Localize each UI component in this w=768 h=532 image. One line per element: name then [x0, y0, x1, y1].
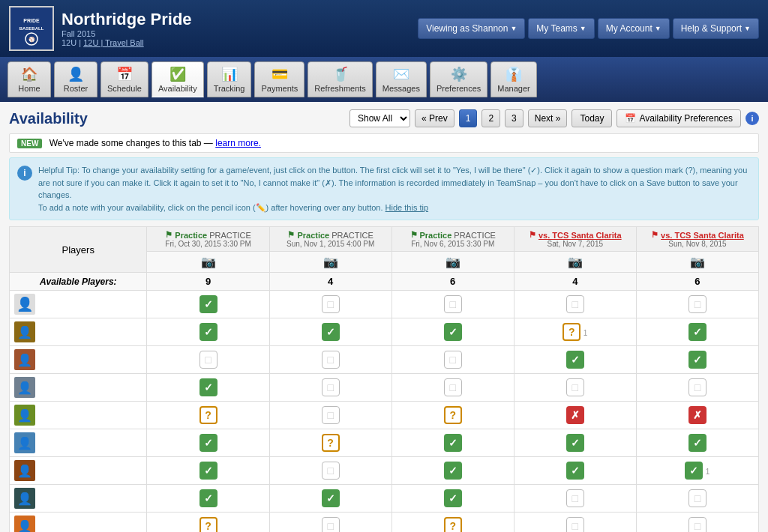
event-camera-2[interactable]: 📷	[392, 252, 514, 273]
status-check[interactable]: ✓	[566, 462, 584, 480]
status-cell-1-0[interactable]: ✓	[147, 318, 269, 346]
status-cell-8-4[interactable]: □	[636, 513, 758, 533]
status-cell-1-1[interactable]: ✓	[269, 318, 392, 346]
status-cell-5-1[interactable]: ?	[269, 429, 392, 457]
status-cell-4-1[interactable]: □	[269, 402, 392, 429]
tab-refreshments[interactable]: 🥤 Refreshments	[308, 61, 372, 97]
event-camera-3[interactable]: 📷	[514, 252, 636, 273]
viewing-as-btn[interactable]: Viewing as Shannon ▼	[418, 18, 525, 39]
today-btn[interactable]: Today	[572, 109, 612, 127]
next-btn[interactable]: Next »	[528, 109, 568, 127]
hide-tip-link[interactable]: Hide this tip	[386, 203, 428, 212]
event-camera-0[interactable]: 📷	[147, 252, 269, 273]
status-cell-7-2[interactable]: ✓	[392, 485, 514, 513]
avail-pref-btn[interactable]: 📅 Availability Preferences	[616, 109, 741, 127]
status-x[interactable]: ✗	[566, 406, 584, 424]
tab-home[interactable]: 🏠 Home	[8, 61, 51, 97]
status-x[interactable]: ✗	[688, 406, 706, 424]
status-cell-0-1[interactable]: □	[269, 291, 392, 318]
status-cell-3-2[interactable]: □	[392, 374, 514, 402]
status-cell-3-4[interactable]: □	[636, 374, 758, 402]
learn-more-link[interactable]: learn more.	[215, 138, 261, 148]
status-cell-1-2[interactable]: ✓	[392, 318, 514, 346]
status-check[interactable]: ✓	[566, 434, 584, 452]
status-check[interactable]: ✓	[200, 489, 218, 507]
status-check[interactable]: ✓	[444, 323, 462, 341]
status-cell-2-1[interactable]: □	[269, 346, 392, 374]
status-cell-4-0[interactable]: ?	[147, 402, 269, 429]
status-cell-8-3[interactable]: □	[514, 513, 636, 533]
tab-messages[interactable]: ✉️ Messages	[376, 61, 427, 97]
status-check[interactable]: ✓	[322, 323, 340, 341]
status-empty[interactable]: □	[688, 517, 706, 532]
status-cell-2-4[interactable]: ✓	[636, 346, 758, 374]
status-empty[interactable]: □	[566, 517, 584, 532]
status-cell-3-0[interactable]: ✓	[147, 374, 269, 402]
status-empty[interactable]: □	[566, 295, 584, 313]
status-cell-2-0[interactable]: □	[147, 346, 269, 374]
status-cell-5-0[interactable]: ✓	[147, 429, 269, 457]
status-question[interactable]: ?	[200, 517, 218, 532]
tab-payments[interactable]: 💳 Payments	[254, 61, 304, 97]
status-check[interactable]: ✓	[688, 323, 706, 341]
status-check[interactable]: ✓	[322, 489, 340, 507]
tab-schedule[interactable]: 📅 Schedule	[100, 61, 148, 97]
status-empty[interactable]: □	[688, 489, 706, 507]
status-cell-0-4[interactable]: □	[636, 291, 758, 318]
status-cell-6-2[interactable]: ✓	[392, 457, 514, 485]
page-1-btn[interactable]: 1	[459, 109, 478, 127]
event-camera-4[interactable]: 📷	[636, 252, 758, 273]
status-empty[interactable]: □	[200, 351, 218, 369]
status-empty[interactable]: □	[322, 406, 340, 424]
my-account-btn[interactable]: My Account ▼	[598, 18, 670, 39]
status-cell-0-0[interactable]: ✓	[147, 291, 269, 318]
status-cell-2-3[interactable]: ✓	[514, 346, 636, 374]
status-check[interactable]: ✓	[200, 295, 218, 313]
help-support-btn[interactable]: Help & Support ▼	[673, 18, 759, 39]
status-cell-3-1[interactable]: □	[269, 374, 392, 402]
status-cell-5-2[interactable]: ✓	[392, 429, 514, 457]
status-empty[interactable]: □	[322, 378, 340, 396]
status-cell-1-4[interactable]: ✓	[636, 318, 758, 346]
status-empty[interactable]: □	[566, 378, 584, 396]
tab-tracking[interactable]: 📊 Tracking	[207, 61, 252, 97]
status-cell-6-0[interactable]: ✓	[147, 457, 269, 485]
prev-btn[interactable]: « Prev	[415, 109, 454, 127]
status-cell-2-2[interactable]: □	[392, 346, 514, 374]
status-cell-1-3[interactable]: ? 1	[514, 318, 636, 346]
status-check[interactable]: ✓	[444, 462, 462, 480]
status-check[interactable]: ✓	[200, 462, 218, 480]
status-question[interactable]: ?	[322, 434, 340, 452]
status-cell-7-0[interactable]: ✓	[147, 485, 269, 513]
status-check[interactable]: ✓	[566, 351, 584, 369]
status-empty[interactable]: □	[444, 378, 462, 396]
status-cell-4-3[interactable]: ✗	[514, 402, 636, 429]
status-check[interactable]: ✓	[444, 489, 462, 507]
status-empty[interactable]: □	[444, 351, 462, 369]
status-empty[interactable]: □	[322, 462, 340, 480]
status-cell-6-1[interactable]: □	[269, 457, 392, 485]
status-empty[interactable]: □	[688, 378, 706, 396]
status-question[interactable]: ?	[444, 517, 462, 532]
event-camera-1[interactable]: 📷	[269, 252, 392, 273]
status-cell-0-3[interactable]: □	[514, 291, 636, 318]
status-cell-8-2[interactable]: ?	[392, 513, 514, 533]
status-cell-7-3[interactable]: □	[514, 485, 636, 513]
status-cell-0-2[interactable]: □	[392, 291, 514, 318]
status-cell-4-2[interactable]: ?	[392, 402, 514, 429]
status-cell-5-3[interactable]: ✓	[514, 429, 636, 457]
status-empty[interactable]: □	[322, 295, 340, 313]
status-check[interactable]: ✓	[444, 434, 462, 452]
status-check[interactable]: ✓	[688, 351, 706, 369]
status-empty[interactable]: □	[444, 295, 462, 313]
status-check[interactable]: ✓	[200, 434, 218, 452]
status-empty[interactable]: □	[566, 489, 584, 507]
status-check[interactable]: ✓	[688, 434, 706, 452]
status-cell-5-4[interactable]: ✓	[636, 429, 758, 457]
status-question[interactable]: ?	[200, 406, 218, 424]
status-cell-4-4[interactable]: ✗	[636, 402, 758, 429]
status-check[interactable]: ✓	[200, 323, 218, 341]
status-cell-8-0[interactable]: ?	[147, 513, 269, 533]
status-cell-7-4[interactable]: □	[636, 485, 758, 513]
status-cell-3-3[interactable]: □	[514, 374, 636, 402]
